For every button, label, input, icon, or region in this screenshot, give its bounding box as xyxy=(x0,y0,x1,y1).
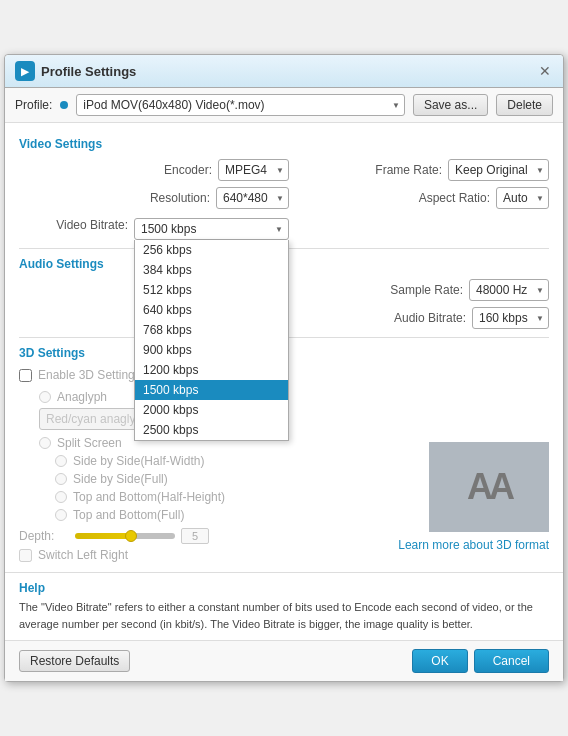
dropdown-item-900[interactable]: 900 kbps xyxy=(135,340,288,360)
split-topbottom-half-label: Top and Bottom(Half-Height) xyxy=(73,490,225,504)
videobitrate-dropdown[interactable]: 256 kbps 384 kbps 512 kbps 640 kbps 768 … xyxy=(134,240,289,441)
framerate-col: Frame Rate: Keep Original xyxy=(289,159,549,181)
resolution-select[interactable]: 640*480 xyxy=(216,187,289,209)
dropdown-item-640[interactable]: 640 kbps xyxy=(135,300,288,320)
split-option-3-row: Top and Bottom(Half-Height) xyxy=(19,490,398,504)
videobitrate-col: Video Bitrate: 1500 kbps 256 kbps 384 kb… xyxy=(29,215,289,240)
profile-select[interactable]: iPod MOV(640x480) Video(*.mov) xyxy=(76,94,405,116)
delete-button[interactable]: Delete xyxy=(496,94,553,116)
audio-encoder-samplerate-row: Encoder: AAC Sample Rate: 48000 Hz xyxy=(29,279,549,301)
resolution-label: Resolution: xyxy=(145,191,210,205)
framerate-select[interactable]: Keep Original xyxy=(448,159,549,181)
dropdown-item-1200[interactable]: 1200 kbps xyxy=(135,360,288,380)
split-option-4-row: Top and Bottom(Full) xyxy=(19,508,398,522)
profile-label: Profile: xyxy=(15,98,52,112)
app-icon: ▶ xyxy=(15,61,35,81)
dropdown-item-2000[interactable]: 2000 kbps xyxy=(135,400,288,420)
depth-slider-thumb[interactable] xyxy=(125,530,137,542)
anaglyph-label: Anaglyph xyxy=(57,390,107,404)
help-title: Help xyxy=(19,581,549,595)
videobitrate-label: Video Bitrate: xyxy=(48,218,128,232)
splitscreen-radio[interactable] xyxy=(39,437,51,449)
framerate-label: Frame Rate: xyxy=(362,163,442,177)
restore-defaults-button[interactable]: Restore Defaults xyxy=(19,650,130,672)
resolution-aspectratio-row: Resolution: 640*480 Aspect Ratio: Auto xyxy=(29,187,549,209)
preview-box: AA xyxy=(429,442,549,532)
help-text: The "Video Bitrate" refers to either a c… xyxy=(19,599,549,632)
depth-row: Depth: xyxy=(19,528,398,544)
encoder-col: Encoder: MPEG4 xyxy=(29,159,289,181)
encoder-select-wrapper: MPEG4 xyxy=(218,159,289,181)
learn-more-link[interactable]: Learn more about 3D format xyxy=(398,538,549,552)
channels-audiobitrate-row: Channels: Stereo Audio Bitrate: 160 kbps xyxy=(29,307,549,329)
save-as-button[interactable]: Save as... xyxy=(413,94,488,116)
3d-right: AA Learn more about 3D format xyxy=(398,368,549,562)
split-full-label: Side by Side(Full) xyxy=(73,472,168,486)
split-topbottom-half-radio[interactable] xyxy=(55,491,67,503)
split-full-radio[interactable] xyxy=(55,473,67,485)
profile-select-wrapper: iPod MOV(640x480) Video(*.mov) xyxy=(76,94,405,116)
samplerate-label: Sample Rate: xyxy=(383,283,463,297)
audiobitrate-label: Audio Bitrate: xyxy=(386,311,466,325)
framerate-select-wrapper: Keep Original xyxy=(448,159,549,181)
audiobitrate-col: Audio Bitrate: 160 kbps xyxy=(289,307,549,329)
video-settings-grid: Encoder: MPEG4 Frame Rate: Keep Original xyxy=(29,159,549,240)
split-topbottom-full-label: Top and Bottom(Full) xyxy=(73,508,184,522)
dialog-title: Profile Settings xyxy=(41,64,136,79)
dropdown-item-256[interactable]: 256 kbps xyxy=(135,240,288,260)
aspectratio-select-wrapper: Auto xyxy=(496,187,549,209)
title-bar: ▶ Profile Settings ✕ xyxy=(5,55,563,88)
samplerate-select-wrapper: 48000 Hz xyxy=(469,279,549,301)
cancel-button[interactable]: Cancel xyxy=(474,649,549,673)
encoder-select[interactable]: MPEG4 xyxy=(218,159,289,181)
resolution-select-wrapper: 640*480 xyxy=(216,187,289,209)
depth-label: Depth: xyxy=(19,529,69,543)
video-settings-title: Video Settings xyxy=(19,137,549,151)
split-halfwidth-label: Side by Side(Half-Width) xyxy=(73,454,204,468)
help-section: Help The "Video Bitrate" refers to eithe… xyxy=(5,572,563,640)
switch-row: Switch Left Right xyxy=(19,548,398,562)
aspectratio-label: Aspect Ratio: xyxy=(410,191,490,205)
splitscreen-label: Split Screen xyxy=(57,436,122,450)
dialog: ▶ Profile Settings ✕ Profile: iPod MOV(6… xyxy=(4,54,564,682)
audio-settings-grid: Encoder: AAC Sample Rate: 48000 Hz xyxy=(29,279,549,329)
dropdown-item-1500[interactable]: 1500 kbps xyxy=(135,380,288,400)
dropdown-item-512[interactable]: 512 kbps xyxy=(135,280,288,300)
aspectratio-col: Aspect Ratio: Auto xyxy=(289,187,549,209)
bottom-bar: Restore Defaults OK Cancel xyxy=(5,640,563,681)
samplerate-col: Sample Rate: 48000 Hz xyxy=(289,279,549,301)
switch-leftright-checkbox[interactable] xyxy=(19,549,32,562)
main-content: Video Settings Encoder: MPEG4 Frame Rate… xyxy=(5,123,563,572)
encoder-label: Encoder: xyxy=(147,163,212,177)
videobitrate-shown[interactable]: 1500 kbps xyxy=(134,218,289,240)
depth-value-input[interactable] xyxy=(181,528,209,544)
profile-indicator xyxy=(60,101,68,109)
switch-leftright-label: Switch Left Right xyxy=(38,548,128,562)
split-halfwidth-radio[interactable] xyxy=(55,455,67,467)
enable-3d-label: Enable 3D Settings xyxy=(38,368,141,382)
dropdown-item-2500[interactable]: 2500 kbps xyxy=(135,420,288,440)
split-option-1-row: Side by Side(Half-Width) xyxy=(19,454,398,468)
preview-text: AA xyxy=(467,466,511,508)
audiobitrate-select[interactable]: 160 kbps xyxy=(472,307,549,329)
split-topbottom-full-radio[interactable] xyxy=(55,509,67,521)
encoder-framerate-row: Encoder: MPEG4 Frame Rate: Keep Original xyxy=(29,159,549,181)
title-bar-left: ▶ Profile Settings xyxy=(15,61,136,81)
action-buttons: OK Cancel xyxy=(412,649,549,673)
samplerate-select[interactable]: 48000 Hz xyxy=(469,279,549,301)
split-option-2-row: Side by Side(Full) xyxy=(19,472,398,486)
resolution-col: Resolution: 640*480 xyxy=(29,187,289,209)
dropdown-item-768[interactable]: 768 kbps xyxy=(135,320,288,340)
videobitrate-row: Video Bitrate: 1500 kbps 256 kbps 384 kb… xyxy=(29,215,549,240)
audiobitrate-select-wrapper: 160 kbps xyxy=(472,307,549,329)
videobitrate-dropdown-container: 1500 kbps 256 kbps 384 kbps 512 kbps 640… xyxy=(134,218,289,240)
ok-button[interactable]: OK xyxy=(412,649,467,673)
enable-3d-checkbox[interactable] xyxy=(19,369,32,382)
depth-slider-track[interactable] xyxy=(75,533,175,539)
aspectratio-select[interactable]: Auto xyxy=(496,187,549,209)
close-button[interactable]: ✕ xyxy=(537,63,553,79)
anaglyph-radio[interactable] xyxy=(39,391,51,403)
dropdown-item-384[interactable]: 384 kbps xyxy=(135,260,288,280)
profile-bar: Profile: iPod MOV(640x480) Video(*.mov) … xyxy=(5,88,563,123)
